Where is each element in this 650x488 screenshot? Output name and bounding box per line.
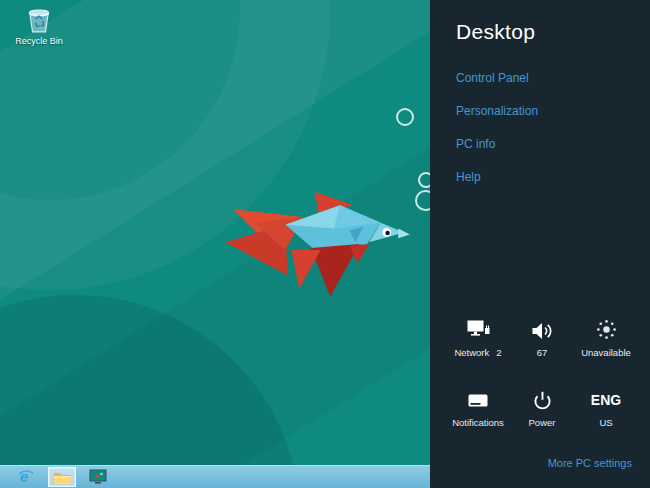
recycle-bin[interactable]: Recycle Bin (8, 8, 70, 46)
more-pc-settings-link[interactable]: More PC settings (548, 457, 632, 469)
app-window-icon (89, 469, 107, 485)
internet-explorer-taskbar-button[interactable]: e (12, 467, 40, 487)
network-icon (467, 320, 490, 340)
internet-explorer-icon: e (17, 468, 35, 486)
wallpaper-small-ring (396, 108, 414, 126)
brightness-label: Unavailable (581, 347, 631, 358)
language-region-label: US (599, 417, 612, 428)
screen: Recycle Bin e (0, 0, 650, 488)
volume-tile[interactable]: 67 (510, 318, 574, 358)
panel-links: Control Panel Personalization PC info He… (456, 71, 650, 184)
settings-tiles: Network2 67 (446, 318, 638, 428)
language-tile[interactable]: ENG US (574, 388, 638, 428)
notifications-icon (468, 394, 488, 410)
power-icon (533, 391, 552, 410)
notifications-label: Notifications (452, 417, 504, 428)
language-code: ENG (591, 390, 621, 410)
link-control-panel[interactable]: Control Panel (456, 71, 650, 85)
file-explorer-taskbar-button[interactable] (48, 467, 76, 487)
recycle-bin-label: Recycle Bin (15, 36, 63, 46)
power-label: Power (529, 417, 556, 428)
network-label: Network2 (454, 347, 501, 358)
panel-title: Desktop (456, 20, 650, 44)
brightness-icon (596, 319, 617, 340)
link-help[interactable]: Help (456, 170, 650, 184)
file-explorer-icon (53, 470, 72, 485)
volume-label: 67 (537, 347, 548, 358)
power-tile[interactable]: Power (510, 388, 574, 428)
recycle-bin-icon (27, 8, 51, 34)
link-pc-info[interactable]: PC info (456, 137, 650, 151)
settings-panel: Desktop Control Panel Personalization PC… (430, 0, 650, 488)
network-tile[interactable]: Network2 (446, 318, 510, 358)
link-personalization[interactable]: Personalization (456, 104, 650, 118)
volume-icon (532, 322, 553, 340)
desktop-area[interactable]: Recycle Bin e (0, 0, 430, 488)
app-taskbar-button[interactable] (84, 467, 112, 487)
taskbar: e (0, 465, 430, 488)
brightness-tile[interactable]: Unavailable (574, 318, 638, 358)
betta-fish-illustration (225, 180, 420, 316)
notifications-tile[interactable]: Notifications (446, 388, 510, 428)
